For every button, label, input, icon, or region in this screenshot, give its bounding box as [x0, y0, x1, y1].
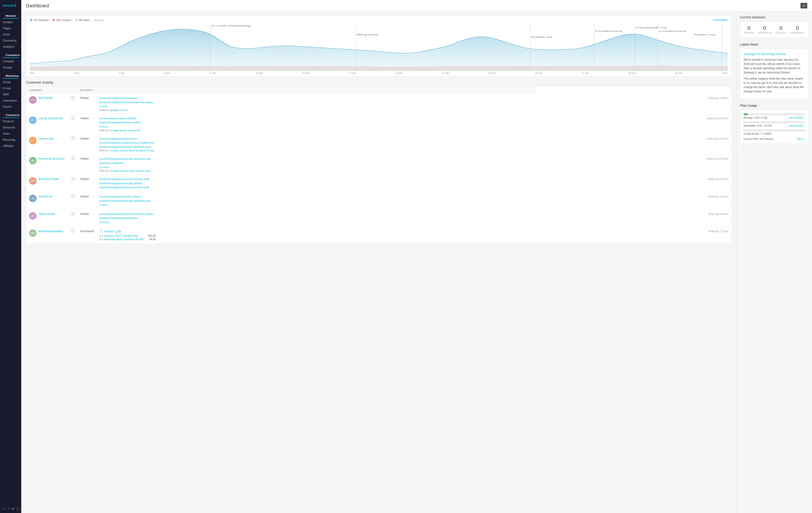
activity-time: Yesterday 9:14am — [708, 195, 729, 198]
contact-name-link[interactable]: Breanna Ruller — [38, 177, 59, 181]
activity-title: Customer Activity — [26, 80, 732, 84]
activity-paths: /products/categories/accessories//produc… — [99, 96, 534, 109]
path-item[interactable]: /products/categories/accessories/cool-st… — [99, 177, 534, 181]
session-stat-contacts: 0CONTACTS — [758, 25, 772, 34]
contact-name-link[interactable]: Wil Pacilio — [38, 96, 53, 100]
select-contact-radio[interactable] — [71, 157, 75, 160]
storage-details-link[interactable]: View Details > — [789, 116, 805, 119]
avatar: AB — [29, 157, 37, 164]
avatar: WP — [29, 96, 37, 104]
path-item[interactable]: /products/categories/guitar-packs/ — [99, 216, 534, 220]
path-item[interactable]: /products/categories/acoustic-guitars/ — [99, 181, 534, 186]
select-contact-radio[interactable] — [71, 96, 75, 99]
email-info: E-mail Sends: 7 / 10000 — [744, 132, 805, 135]
add-button[interactable]: + — [801, 3, 807, 8]
sidebar-item-sms[interactable]: SMS — [0, 91, 21, 97]
referrer-link[interactable]: Google (music store local) — [110, 129, 141, 132]
path-item[interactable]: /products/epiphone-epiphone-hummingbird-… — [99, 141, 534, 145]
referrer-info: Referrer: Google (muzos direct brisbane … — [99, 149, 534, 152]
plan-more-link[interactable]: More > — [797, 138, 805, 140]
path-item[interactable]: /products/categories/accessories/cool-st… — [99, 186, 534, 190]
sidebar-item-email[interactable]: E-mail — [0, 85, 21, 91]
select-contact-radio[interactable] — [71, 229, 75, 232]
referrer-link[interactable]: google.com.au — [110, 109, 127, 112]
path-item[interactable]: /products/ibanez-ibanez-arz400/ — [99, 116, 534, 121]
svg-text:Facebook Ad: Facebook Ad — [636, 26, 666, 29]
sidebar-item-affiliates[interactable]: Affiliates — [0, 143, 21, 149]
power-icon[interactable]: ◯ — [16, 507, 20, 511]
more-link[interactable]: 3 more... — [99, 105, 534, 109]
help-icon[interactable]: ? — [7, 507, 9, 511]
avatar: LK — [29, 137, 37, 144]
path-item[interactable]: /products/categories/ — [99, 161, 534, 165]
referrer-link[interactable]: Google (muzos shop brisbane buy) — [110, 169, 151, 172]
activity-action: Visited — [80, 195, 89, 198]
arrow-icon[interactable]: ↗ — [3, 507, 6, 511]
invoice-items: 1 xJackson JS32T Hardtail Kelly599.001 x… — [99, 234, 534, 241]
select-contact-radio[interactable] — [71, 195, 75, 198]
contact-name-link[interactable]: Jesse Greth — [38, 212, 55, 216]
more-link[interactable]: 5 more... — [99, 203, 534, 207]
activity-action: Visited — [80, 117, 89, 120]
contact-name-link[interactable]: Marlena Rappleye — [38, 229, 63, 233]
paths-cell: /products/categories/accessories/cool-st… — [96, 175, 537, 192]
path-item[interactable]: /products/categories/accessories/music-s… — [99, 212, 534, 216]
sidebar-item-analytics[interactable]: Analytics — [0, 44, 21, 50]
path-item[interactable]: /products/categories/acoustic-guitars/ac… — [99, 157, 534, 161]
path-item[interactable]: /products/categories/acoustic-guitars/ac… — [99, 199, 534, 203]
referrer-link[interactable]: Google (muzos direct brisbane by lag) — [110, 149, 154, 152]
news-article-title[interactable]: Synergy 8 is becoming Oncord — [744, 52, 805, 56]
avatar: MR — [29, 229, 37, 237]
contact-name-link[interactable]: Jazmin Ao — [38, 195, 53, 198]
more-link[interactable]: 8 more... — [99, 125, 534, 129]
sidebar-item-posts[interactable]: Posts — [0, 31, 21, 37]
sidebar-item-products[interactable]: Products — [0, 118, 21, 124]
bandwidth-details-link[interactable]: View Details > — [789, 124, 805, 127]
sidebar-item-designs[interactable]: Designs — [0, 19, 21, 25]
activity-action: Visited — [80, 96, 89, 100]
select-contact-radio[interactable] — [71, 212, 75, 215]
current-plan-label: Current Plan: All Features — [744, 138, 773, 140]
contact-name-link[interactable]: Amelia Bournazian — [38, 157, 64, 160]
sidebar-item-social[interactable]: Social — [0, 79, 21, 85]
contacts-dot — [53, 19, 55, 21]
radio-cell — [69, 175, 78, 192]
sidebar-item-groups[interactable]: Groups — [0, 64, 21, 70]
path-item[interactable]: /products/categories/acoustic-guitars/ac… — [99, 145, 534, 149]
sidebar-item-contacts[interactable]: Contacts — [0, 58, 21, 64]
path-item[interactable]: /products/categories/instrument-s... — [99, 137, 534, 141]
activity-paths: /products/ibanez-ibanez-arz400//products… — [99, 116, 534, 129]
svg-text:Radio Ad: Radio Ad — [694, 33, 715, 36]
radio-cell — [69, 192, 78, 209]
contacts-label: 160 Contacts — [56, 19, 71, 22]
sidebar-item-recurring[interactable]: Recurring — [0, 137, 21, 143]
svg-text:Conference: Conference — [659, 30, 686, 32]
settings-icon[interactable]: ⚙ — [11, 507, 14, 511]
svg-text:Conference: Conference — [595, 30, 622, 32]
path-item[interactable]: /products/categories/accessories/ — [99, 96, 534, 101]
invoice-link[interactable]: Invoice 1232 — [104, 230, 121, 233]
invoice-item-name: Behringer Blues Overdrive BO300 — [104, 237, 145, 241]
activity-table: CONTACT ACTIVITY WPWil PacilioVisited/pr… — [26, 87, 732, 244]
activity-paths: /products/categories/instrument-s.../pro… — [99, 137, 534, 149]
more-link[interactable]: 13 more... — [99, 165, 534, 170]
activity-action: Visited — [80, 212, 89, 216]
contact-name-link[interactable]: Lanie Kryst — [38, 137, 54, 140]
sidebar-item-automation[interactable]: Automation — [0, 97, 21, 104]
select-contact-radio[interactable] — [71, 177, 75, 180]
sidebar-item-discounts[interactable]: Discounts — [0, 124, 21, 131]
contact-name-link[interactable]: Lamar Dunscomb — [38, 116, 63, 120]
annotation-button[interactable]: + Annotation — [712, 19, 728, 22]
path-item[interactable]: /products/categories/electric-guitars/ — [99, 195, 534, 199]
path-item[interactable]: /products/categories/accessories/music-s… — [99, 101, 534, 105]
sidebar-item-pages[interactable]: Pages — [0, 25, 21, 31]
select-contact-radio[interactable] — [71, 116, 75, 119]
sidebar-item-comments[interactable]: Comments — [0, 37, 21, 44]
path-item[interactable]: /products/categories/electric-guitars/ — [99, 120, 534, 125]
sidebar-item-events[interactable]: Events — [0, 104, 21, 110]
bandwidth-bar — [744, 121, 744, 123]
activity-time: Yesterday 9:35am — [708, 178, 729, 180]
more-link[interactable]: 16 more... — [99, 220, 534, 225]
select-contact-radio[interactable] — [71, 137, 75, 140]
sidebar-item-sales[interactable]: Sales — [0, 131, 21, 137]
